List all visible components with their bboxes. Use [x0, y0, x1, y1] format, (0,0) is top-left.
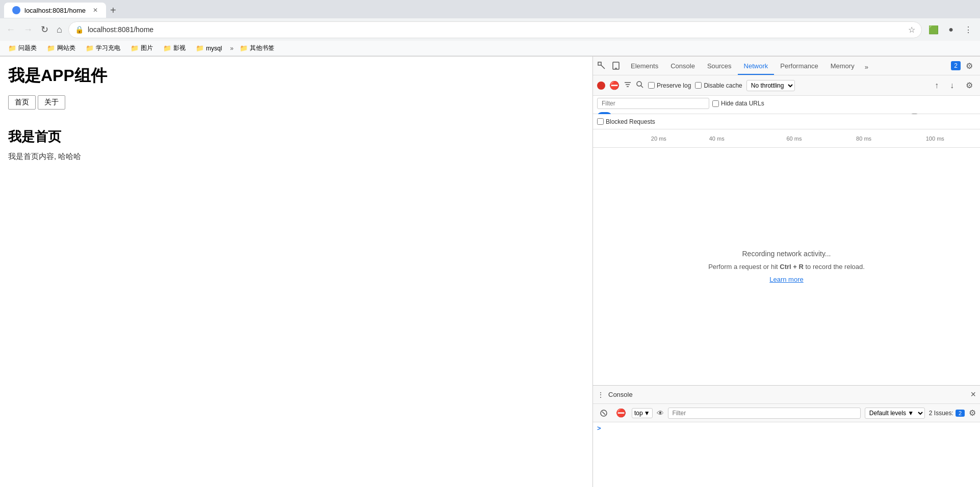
devtools-topbar: Elements Console Sources Network Perform… [593, 57, 980, 75]
network-filter-row2: Blocked Requests [593, 114, 980, 129]
upload-icon-button[interactable]: ↑ [930, 79, 943, 92]
timeline-ticks: 20 ms 40 ms 60 ms 80 ms 100 ms [593, 129, 980, 148]
folder-icon: 📁 [86, 44, 94, 52]
console-menu-button[interactable]: ⋮ [597, 391, 604, 399]
console-close-button[interactable]: × [970, 389, 976, 400]
tab-bar: localhost:8081/home ✕ + [0, 0, 980, 18]
bookmark-label: 图片 [141, 44, 153, 52]
devtools-settings-button[interactable]: ⚙ [963, 59, 976, 72]
folder-icon: 📁 [8, 44, 16, 52]
disable-cache-label[interactable]: Disable cache [695, 82, 742, 89]
tab-title: localhost:8081/home [24, 7, 86, 14]
console-top-chevron: ▼ [644, 410, 650, 417]
folder-icon: 📁 [240, 44, 248, 52]
keyboard-shortcut: Ctrl + R [780, 263, 804, 270]
home-button[interactable]: ⌂ [55, 22, 64, 37]
back-button[interactable]: ← [4, 22, 17, 37]
bookmark-item[interactable]: 📁 问题类 [4, 43, 41, 53]
console-caret: > [597, 424, 601, 432]
bookmark-item[interactable]: 📁 学习充电 [82, 43, 124, 53]
tab-elements[interactable]: Elements [625, 58, 664, 75]
forward-button[interactable]: → [21, 22, 35, 37]
console-filter-input[interactable] [668, 408, 861, 419]
console-settings-button[interactable]: ⚙ [969, 408, 976, 418]
issues-label: 2 Issues: [929, 410, 953, 417]
timeline-tick-40ms: 40 ms [709, 136, 725, 142]
address-bar[interactable]: 🔒 localhost:8081/home ☆ [68, 21, 922, 38]
bookmark-item[interactable]: 📁 影视 [159, 43, 190, 53]
nav-bar: ← → ↻ ⌂ 🔒 localhost:8081/home ☆ 🟩 ● ⋮ [0, 18, 980, 41]
preserve-log-checkbox[interactable] [648, 82, 655, 89]
new-tab-button[interactable]: + [110, 5, 116, 16]
app-title: 我是APP组件 [8, 65, 584, 87]
devtools-device-button[interactable] [609, 59, 623, 72]
disable-cache-text: Disable cache [704, 82, 742, 89]
clear-button[interactable]: ⛔ [609, 80, 620, 90]
console-eye-button[interactable]: 👁 [657, 409, 664, 417]
page-body: 我是首页内容, 哈哈哈 [8, 152, 584, 161]
record-button[interactable] [597, 82, 605, 90]
bookmark-item[interactable]: 📁 网站类 [43, 43, 80, 53]
network-toolbar: ⛔ Preserve log Disable cache No throttli… [593, 75, 980, 96]
accounts-button[interactable]: ● [943, 22, 959, 37]
disable-cache-checkbox[interactable] [695, 82, 702, 89]
console-toolbar: ⛔ top ▼ 👁 Default levels ▼ 2 Issues: 2 ⚙ [593, 404, 980, 422]
extensions-button[interactable]: 🟩 [926, 22, 941, 37]
filter-icon-button[interactable] [624, 80, 632, 90]
reload-button[interactable]: ↻ [39, 22, 50, 37]
issues-count[interactable]: 2 [956, 410, 965, 417]
console-levels-select[interactable]: Default levels ▼ [865, 408, 925, 419]
bookmark-label: 其他书签 [250, 44, 274, 52]
devtools-more-tabs-button[interactable]: » [861, 59, 872, 75]
blocked-requests-checkbox[interactable] [597, 118, 604, 125]
network-empty-state: Recording network activity... Perform a … [593, 148, 980, 385]
timeline-tick-60ms: 60 ms [787, 136, 802, 142]
menu-button[interactable]: ⋮ [961, 22, 976, 37]
throttling-select[interactable]: No throttling Slow 3G Fast 3G Offline [746, 80, 795, 91]
recording-text: Recording network activity... [742, 250, 831, 258]
console-prompt: > [597, 424, 976, 432]
bookmark-label: 影视 [173, 44, 186, 52]
hide-data-urls-checkbox[interactable] [712, 100, 719, 107]
console-body[interactable]: > [593, 422, 980, 487]
svg-point-4 [637, 82, 641, 86]
search-icon-button[interactable] [636, 80, 644, 90]
preserve-log-label[interactable]: Preserve log [648, 82, 691, 89]
security-icon: 🔒 [75, 25, 84, 34]
bookmark-label: 网站类 [57, 44, 75, 52]
learn-more-link[interactable]: Learn more [769, 276, 803, 283]
tab-performance[interactable]: Performance [774, 58, 824, 75]
hide-data-urls-label[interactable]: Hide data URLs [712, 100, 764, 107]
issues-badge[interactable]: 2 [951, 61, 961, 70]
tab-console[interactable]: Console [664, 58, 701, 75]
main-area: 我是APP组件 首页 关于 我是首页 我是首页内容, 哈哈哈 Eleme [0, 57, 980, 487]
home-nav-button[interactable]: 首页 [8, 95, 36, 110]
svg-rect-0 [598, 62, 601, 65]
browser-tab[interactable]: localhost:8081/home ✕ [4, 3, 106, 18]
console-clear-button[interactable] [597, 407, 610, 420]
bookmark-item[interactable]: 📁 mysql [192, 43, 226, 53]
about-nav-button[interactable]: 关于 [38, 95, 65, 110]
tab-memory[interactable]: Memory [824, 58, 861, 75]
url-text: localhost:8081/home [88, 25, 904, 34]
tab-network[interactable]: Network [738, 58, 775, 75]
console-stop-button[interactable]: ⛔ [614, 407, 628, 420]
network-filter-input[interactable] [597, 98, 709, 109]
bookmarks-more-button[interactable]: » [230, 45, 234, 52]
blocked-requests-label[interactable]: Blocked Requests [597, 118, 655, 125]
download-icon-button[interactable]: ↓ [945, 79, 959, 92]
blocked-requests-text: Blocked Requests [606, 118, 655, 125]
page-nav-links: 首页 关于 [8, 95, 584, 110]
network-settings-button[interactable]: ⚙ [963, 79, 976, 92]
bookmark-star-icon[interactable]: ☆ [908, 25, 915, 35]
bookmark-item[interactable]: 📁 其他书签 [236, 43, 278, 53]
devtools-inspect-button[interactable] [595, 59, 608, 72]
devtools-panel: Elements Console Sources Network Perform… [592, 57, 980, 487]
page-section: 我是首页 我是首页内容, 哈哈哈 [0, 128, 592, 161]
bookmark-item[interactable]: 📁 图片 [126, 43, 157, 53]
hide-data-urls-text: Hide data URLs [721, 100, 764, 107]
tab-close-button[interactable]: ✕ [93, 7, 98, 14]
tab-sources[interactable]: Sources [701, 58, 738, 75]
svg-line-7 [602, 412, 605, 415]
console-top-select[interactable]: top ▼ [632, 408, 653, 418]
